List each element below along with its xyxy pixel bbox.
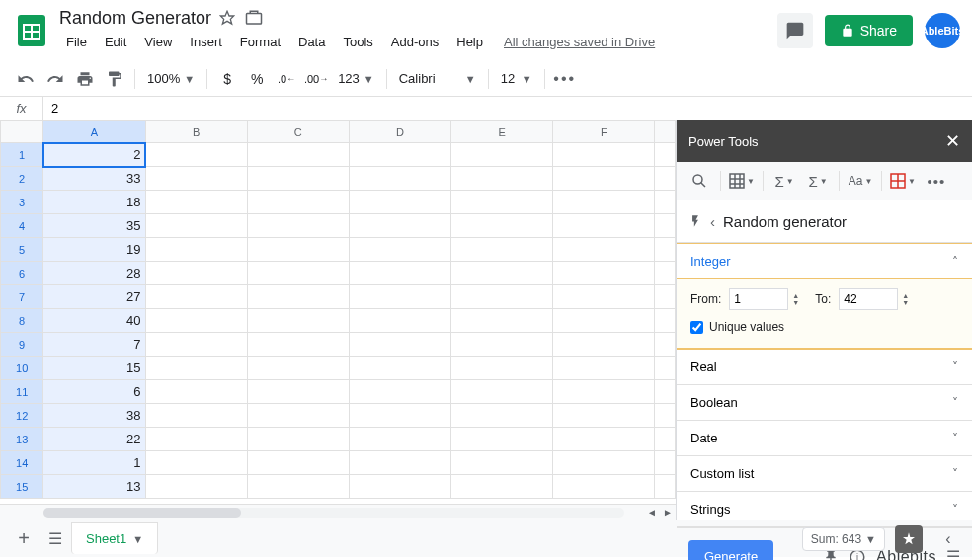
cell-D2[interactable] <box>349 167 450 191</box>
cell-D8[interactable] <box>349 309 450 333</box>
menu-format[interactable]: Format <box>233 31 287 53</box>
cell-B4[interactable] <box>145 214 247 238</box>
cell-A7[interactable]: 27 <box>43 285 145 309</box>
avatar[interactable]: AbleBits <box>925 13 960 48</box>
cell-F6[interactable] <box>553 262 655 285</box>
cell-A8[interactable]: 40 <box>43 309 145 333</box>
star-icon[interactable] <box>219 10 237 28</box>
cell-D3[interactable] <box>349 191 450 214</box>
sheets-logo[interactable] <box>12 11 51 50</box>
cell-A15[interactable]: 13 <box>43 475 145 499</box>
row-header-8[interactable]: 8 <box>1 309 43 333</box>
scroll-left-icon[interactable]: ◄ <box>644 507 660 518</box>
tool-sigma1-icon[interactable]: Σ▼ <box>770 168 799 194</box>
row-header-15[interactable]: 15 <box>1 475 43 499</box>
cell-E7[interactable] <box>451 285 553 309</box>
cell-D14[interactable] <box>349 451 450 475</box>
cell-B2[interactable] <box>145 167 247 191</box>
cell-A6[interactable]: 28 <box>43 262 145 285</box>
cell-A13[interactable]: 22 <box>43 428 145 451</box>
cell-C9[interactable] <box>247 333 349 357</box>
cell-B9[interactable] <box>145 333 247 357</box>
cell-B12[interactable] <box>145 404 247 428</box>
share-button[interactable]: Share <box>825 15 913 46</box>
cell-C6[interactable] <box>247 262 349 285</box>
scroll-right-icon[interactable]: ► <box>660 507 676 518</box>
cell-E12[interactable] <box>451 404 553 428</box>
row-header-13[interactable]: 13 <box>1 428 43 451</box>
redo-button[interactable] <box>41 65 69 93</box>
cell-A14[interactable]: 1 <box>43 451 145 475</box>
cell-D4[interactable] <box>349 214 450 238</box>
cell-E2[interactable] <box>451 167 553 191</box>
row-header-1[interactable]: 1 <box>1 143 43 167</box>
to-input[interactable] <box>839 288 898 310</box>
menu-help[interactable]: Help <box>449 31 490 53</box>
cell-A10[interactable]: 15 <box>43 357 145 380</box>
cell-B13[interactable] <box>145 428 247 451</box>
cell-C13[interactable] <box>247 428 349 451</box>
cell-C3[interactable] <box>247 191 349 214</box>
cell-D1[interactable] <box>349 143 450 167</box>
paint-format-button[interactable] <box>101 65 128 93</box>
font-dropdown[interactable]: Calibri▼ <box>393 67 482 90</box>
zoom-dropdown[interactable]: 100%▼ <box>141 67 201 90</box>
cell-B1[interactable] <box>145 143 247 167</box>
row-header-2[interactable]: 2 <box>1 167 43 191</box>
cell-F4[interactable] <box>553 214 655 238</box>
unique-checkbox-row[interactable]: Unique values <box>690 320 958 334</box>
cell-E10[interactable] <box>451 357 553 380</box>
row-header-6[interactable]: 6 <box>1 262 43 285</box>
cell-E6[interactable] <box>451 262 553 285</box>
row-header-10[interactable]: 10 <box>1 357 43 380</box>
cell-A9[interactable]: 7 <box>43 333 145 357</box>
horizontal-scrollbar[interactable]: ◄ ► <box>0 504 676 520</box>
move-icon[interactable] <box>245 10 263 28</box>
cell-F11[interactable] <box>553 380 655 404</box>
menu-insert[interactable]: Insert <box>183 31 229 53</box>
close-icon[interactable]: ✕ <box>945 130 960 152</box>
cell-C1[interactable] <box>247 143 349 167</box>
collapse-chevron-icon[interactable]: ‹ <box>932 523 964 555</box>
cell-E13[interactable] <box>451 428 553 451</box>
section-strings-header[interactable]: Strings˅ <box>677 492 972 526</box>
cell-D15[interactable] <box>349 475 450 499</box>
cell-A2[interactable]: 33 <box>43 167 145 191</box>
cell-E11[interactable] <box>451 380 553 404</box>
cell-C14[interactable] <box>247 451 349 475</box>
more-toolbar-button[interactable]: ••• <box>551 65 579 93</box>
cell-C15[interactable] <box>247 475 349 499</box>
section-boolean-header[interactable]: Boolean˅ <box>677 385 972 420</box>
cell-E4[interactable] <box>451 214 553 238</box>
col-header-B[interactable]: B <box>145 121 247 143</box>
sum-display[interactable]: Sum: 643▼ <box>802 527 885 551</box>
cell-F3[interactable] <box>553 191 655 214</box>
cell-A12[interactable]: 38 <box>43 404 145 428</box>
cell-C7[interactable] <box>247 285 349 309</box>
back-chevron-icon[interactable]: ‹ <box>710 213 715 230</box>
tool-2-icon[interactable]: ▼ <box>727 168 757 194</box>
cell-E8[interactable] <box>451 309 553 333</box>
row-header-7[interactable]: 7 <box>1 285 43 309</box>
row-header-11[interactable]: 11 <box>1 380 43 404</box>
menu-file[interactable]: File <box>59 31 94 53</box>
sheet-grid[interactable]: ABCDEF1223331843551962872784097101511612… <box>0 120 676 504</box>
cell-E5[interactable] <box>451 238 553 262</box>
cell-B6[interactable] <box>145 262 247 285</box>
cell-F1[interactable] <box>553 143 655 167</box>
doc-title[interactable]: Random Generator <box>59 8 211 29</box>
tool-1-icon[interactable] <box>685 168 714 194</box>
more-formats-dropdown[interactable]: 123▼ <box>332 67 380 90</box>
cell-D9[interactable] <box>349 333 450 357</box>
cell-B15[interactable] <box>145 475 247 499</box>
cell-D11[interactable] <box>349 380 450 404</box>
cell-F13[interactable] <box>553 428 655 451</box>
cell-C12[interactable] <box>247 404 349 428</box>
col-header-F[interactable]: F <box>553 121 655 143</box>
cell-E15[interactable] <box>451 475 553 499</box>
section-real-header[interactable]: Real˅ <box>677 350 972 384</box>
cell-C8[interactable] <box>247 309 349 333</box>
section-date-header[interactable]: Date˅ <box>677 421 972 455</box>
row-header-9[interactable]: 9 <box>1 333 43 357</box>
add-sheet-button[interactable]: + <box>8 523 40 555</box>
